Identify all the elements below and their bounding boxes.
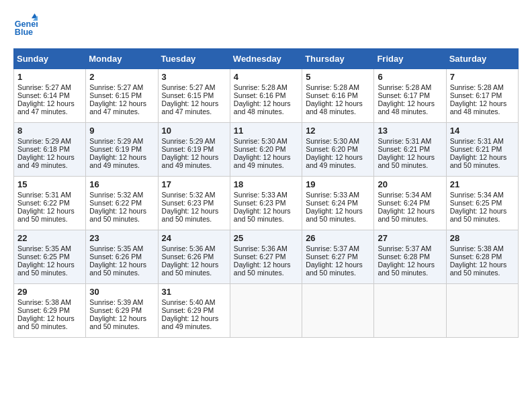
sunset-label: Sunset: 6:29 PM bbox=[162, 306, 214, 314]
sunrise-label: Sunrise: 5:30 AM bbox=[234, 137, 287, 145]
daylight-minutes: and 48 minutes. bbox=[378, 107, 428, 116]
sunrise-label: Sunrise: 5:29 AM bbox=[162, 137, 216, 145]
week-row-2: 8 Sunrise: 5:29 AM Sunset: 6:18 PM Dayli… bbox=[14, 123, 519, 177]
day-number: 19 bbox=[306, 179, 370, 189]
calendar-cell bbox=[374, 284, 446, 338]
header-day-thursday: Thursday bbox=[302, 49, 374, 69]
sunrise-label: Sunrise: 5:37 AM bbox=[306, 244, 359, 253]
sunset-label: Sunset: 6:29 PM bbox=[89, 306, 142, 314]
sunrise-label: Sunrise: 5:37 AM bbox=[378, 244, 431, 253]
day-number: 30 bbox=[89, 287, 154, 297]
day-number: 26 bbox=[306, 233, 370, 243]
daylight-label: Daylight: 12 hours bbox=[234, 207, 291, 215]
daylight-minutes: and 49 minutes. bbox=[162, 322, 212, 330]
daylight-minutes: and 50 minutes. bbox=[378, 161, 428, 169]
calendar-cell: 9 Sunrise: 5:29 AM Sunset: 6:19 PM Dayli… bbox=[86, 123, 158, 177]
sunset-label: Sunset: 6:25 PM bbox=[450, 199, 502, 207]
calendar-cell: 7 Sunrise: 5:28 AM Sunset: 6:17 PM Dayli… bbox=[446, 69, 518, 123]
sunrise-label: Sunrise: 5:33 AM bbox=[306, 191, 359, 199]
calendar-cell: 22 Sunrise: 5:35 AM Sunset: 6:25 PM Dayl… bbox=[14, 230, 86, 284]
daylight-minutes: and 48 minutes. bbox=[234, 107, 284, 116]
sunrise-label: Sunrise: 5:32 AM bbox=[162, 191, 216, 199]
daylight-minutes: and 50 minutes. bbox=[89, 269, 140, 277]
logo-icon: General Blue bbox=[13, 13, 38, 38]
daylight-minutes: and 50 minutes. bbox=[17, 322, 68, 330]
daylight-minutes: and 50 minutes. bbox=[450, 215, 500, 223]
sunrise-label: Sunrise: 5:27 AM bbox=[89, 83, 143, 91]
day-number: 31 bbox=[162, 287, 226, 297]
day-number: 15 bbox=[17, 179, 82, 189]
daylight-label: Daylight: 12 hours bbox=[306, 153, 363, 161]
sunrise-label: Sunrise: 5:28 AM bbox=[450, 83, 504, 91]
sunrise-label: Sunrise: 5:38 AM bbox=[450, 244, 504, 253]
header-day-monday: Monday bbox=[86, 49, 158, 69]
daylight-label: Daylight: 12 hours bbox=[450, 153, 507, 161]
sunset-label: Sunset: 6:26 PM bbox=[89, 253, 142, 261]
sunrise-label: Sunrise: 5:35 AM bbox=[89, 244, 143, 253]
daylight-label: Daylight: 12 hours bbox=[89, 99, 146, 107]
daylight-label: Daylight: 12 hours bbox=[450, 207, 507, 215]
sunrise-label: Sunrise: 5:31 AM bbox=[450, 137, 504, 145]
header-row: SundayMondayTuesdayWednesdayThursdayFrid… bbox=[14, 49, 519, 69]
daylight-label: Daylight: 12 hours bbox=[162, 207, 219, 215]
sunrise-label: Sunrise: 5:31 AM bbox=[17, 191, 71, 199]
calendar-cell: 3 Sunrise: 5:27 AM Sunset: 6:15 PM Dayli… bbox=[158, 69, 230, 123]
daylight-label: Daylight: 12 hours bbox=[89, 261, 146, 269]
calendar-cell: 8 Sunrise: 5:29 AM Sunset: 6:18 PM Dayli… bbox=[14, 123, 86, 177]
daylight-label: Daylight: 12 hours bbox=[17, 314, 75, 322]
daylight-label: Daylight: 12 hours bbox=[234, 261, 291, 269]
day-number: 7 bbox=[450, 72, 515, 82]
calendar-cell: 27 Sunrise: 5:37 AM Sunset: 6:28 PM Dayl… bbox=[374, 230, 446, 284]
daylight-minutes: and 49 minutes. bbox=[162, 161, 212, 169]
calendar-cell: 15 Sunrise: 5:31 AM Sunset: 6:22 PM Dayl… bbox=[14, 177, 86, 230]
daylight-label: Daylight: 12 hours bbox=[234, 153, 291, 161]
calendar-cell: 17 Sunrise: 5:32 AM Sunset: 6:23 PM Dayl… bbox=[158, 177, 230, 230]
calendar-cell bbox=[446, 284, 518, 338]
daylight-minutes: and 50 minutes. bbox=[450, 269, 500, 277]
daylight-minutes: and 50 minutes. bbox=[17, 215, 68, 223]
day-number: 29 bbox=[17, 287, 82, 297]
daylight-minutes: and 49 minutes. bbox=[306, 161, 356, 169]
day-number: 10 bbox=[162, 126, 226, 136]
sunset-label: Sunset: 6:19 PM bbox=[89, 145, 142, 153]
sunset-label: Sunset: 6:26 PM bbox=[162, 253, 214, 261]
daylight-label: Daylight: 12 hours bbox=[162, 261, 219, 269]
daylight-label: Daylight: 12 hours bbox=[17, 261, 75, 269]
calendar-cell: 25 Sunrise: 5:36 AM Sunset: 6:27 PM Dayl… bbox=[230, 230, 302, 284]
daylight-label: Daylight: 12 hours bbox=[234, 99, 291, 107]
calendar-cell: 20 Sunrise: 5:34 AM Sunset: 6:24 PM Dayl… bbox=[374, 177, 446, 230]
daylight-label: Daylight: 12 hours bbox=[89, 207, 146, 215]
sunrise-label: Sunrise: 5:38 AM bbox=[17, 298, 71, 306]
daylight-label: Daylight: 12 hours bbox=[306, 261, 363, 269]
daylight-minutes: and 50 minutes. bbox=[234, 215, 284, 223]
header-day-tuesday: Tuesday bbox=[158, 49, 230, 69]
sunrise-label: Sunrise: 5:33 AM bbox=[234, 191, 287, 199]
sunset-label: Sunset: 6:22 PM bbox=[17, 199, 70, 207]
day-number: 5 bbox=[306, 72, 370, 82]
daylight-label: Daylight: 12 hours bbox=[17, 207, 75, 215]
daylight-label: Daylight: 12 hours bbox=[162, 153, 219, 161]
sunset-label: Sunset: 6:16 PM bbox=[234, 91, 286, 99]
sunrise-label: Sunrise: 5:28 AM bbox=[306, 83, 359, 91]
day-number: 1 bbox=[17, 72, 82, 82]
week-row-3: 15 Sunrise: 5:31 AM Sunset: 6:22 PM Dayl… bbox=[14, 177, 519, 230]
daylight-minutes: and 50 minutes. bbox=[89, 322, 140, 330]
sunrise-label: Sunrise: 5:32 AM bbox=[89, 191, 143, 199]
sunset-label: Sunset: 6:16 PM bbox=[306, 91, 358, 99]
sunset-label: Sunset: 6:17 PM bbox=[378, 91, 430, 99]
daylight-label: Daylight: 12 hours bbox=[378, 153, 435, 161]
day-number: 16 bbox=[89, 179, 154, 189]
sunrise-label: Sunrise: 5:28 AM bbox=[234, 83, 287, 91]
sunrise-label: Sunrise: 5:34 AM bbox=[450, 191, 504, 199]
daylight-minutes: and 50 minutes. bbox=[306, 269, 356, 277]
day-number: 25 bbox=[234, 233, 298, 243]
sunset-label: Sunset: 6:28 PM bbox=[450, 253, 502, 261]
sunset-label: Sunset: 6:27 PM bbox=[234, 253, 286, 261]
daylight-label: Daylight: 12 hours bbox=[306, 99, 363, 107]
sunset-label: Sunset: 6:24 PM bbox=[378, 199, 430, 207]
sunset-label: Sunset: 6:23 PM bbox=[234, 199, 286, 207]
sunrise-label: Sunrise: 5:31 AM bbox=[378, 137, 431, 145]
calendar-cell: 23 Sunrise: 5:35 AM Sunset: 6:26 PM Dayl… bbox=[86, 230, 158, 284]
daylight-label: Daylight: 12 hours bbox=[378, 207, 435, 215]
sunrise-label: Sunrise: 5:40 AM bbox=[162, 298, 216, 306]
